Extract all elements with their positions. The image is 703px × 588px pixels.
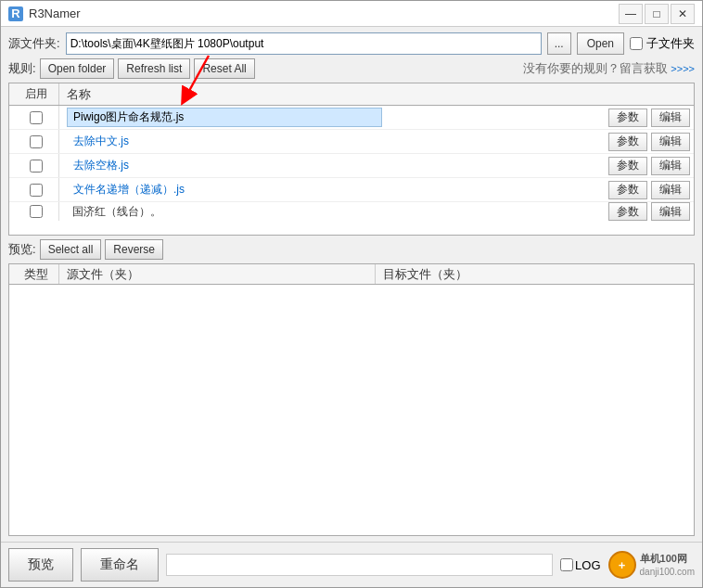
rule-name-1: Piwigo图片命名规范.js bbox=[67, 108, 382, 127]
param-button-3[interactable]: 参数 bbox=[608, 157, 647, 175]
reverse-button[interactable]: Reverse bbox=[105, 239, 163, 260]
watermark-icon: + bbox=[608, 551, 636, 579]
log-checkbox[interactable] bbox=[560, 558, 573, 571]
browse-button[interactable]: ... bbox=[547, 32, 571, 55]
edit-button-partial[interactable]: 编辑 bbox=[651, 202, 690, 221]
row-name-2: 去除中文.js bbox=[59, 132, 608, 151]
maximize-button[interactable]: □ bbox=[645, 4, 669, 24]
edit-button-3[interactable]: 编辑 bbox=[651, 157, 690, 175]
preview-header: 类型 源文件（夹） 目标文件（夹） bbox=[9, 264, 694, 285]
select-all-button[interactable]: Select all bbox=[40, 239, 102, 260]
param-button-2[interactable]: 参数 bbox=[608, 133, 647, 151]
subfolder-checkbox[interactable] bbox=[630, 37, 643, 50]
log-area: LOG bbox=[560, 558, 600, 572]
no-rule-link[interactable]: >>>> bbox=[671, 63, 695, 74]
col-enable-header: 启用 bbox=[13, 83, 59, 105]
row-check-1 bbox=[13, 106, 59, 129]
col-name-header: 名称 bbox=[59, 86, 690, 103]
watermark: + 单机100网 danji100.com bbox=[608, 551, 695, 579]
row-name-4: 文件名递增（递减）.js bbox=[59, 180, 608, 199]
partial-rule-name: 国济红（线台）。 bbox=[67, 204, 161, 220]
main-content: 源文件夹: ... Open 子文件夹 规则: Open folder Refr… bbox=[1, 27, 702, 542]
bottom-bar: 预览 重命名 LOG + 单机100网 danji100.com bbox=[1, 542, 702, 587]
reset-all-button[interactable]: Reset All bbox=[194, 58, 254, 79]
subfolder-label: 子文件夹 bbox=[646, 35, 695, 52]
source-folder-row: 源文件夹: ... Open 子文件夹 bbox=[8, 32, 695, 55]
rename-button[interactable]: 重命名 bbox=[81, 548, 159, 582]
row-name-1: Piwigo图片命名规范.js bbox=[59, 108, 608, 127]
watermark-site: 单机100网 bbox=[640, 552, 695, 565]
app-icon: R bbox=[8, 6, 23, 21]
minimize-button[interactable]: — bbox=[619, 4, 643, 24]
row-actions-partial: 参数 编辑 bbox=[608, 202, 690, 221]
log-checkbox-label: LOG bbox=[560, 558, 600, 572]
table-row-partial: 国济红（线台）。 参数 编辑 bbox=[9, 202, 694, 221]
param-button-1[interactable]: 参数 bbox=[608, 109, 647, 127]
watermark-url: danji100.com bbox=[640, 566, 695, 578]
window-controls: — □ ✕ bbox=[619, 4, 695, 24]
edit-button-2[interactable]: 编辑 bbox=[651, 133, 690, 151]
rule-checkbox-4[interactable] bbox=[30, 184, 43, 197]
preview-col-target: 目标文件（夹） bbox=[376, 264, 691, 284]
row-actions-2: 参数 编辑 bbox=[608, 133, 690, 151]
edit-button-4[interactable]: 编辑 bbox=[651, 181, 690, 199]
row-check-3 bbox=[13, 154, 59, 177]
row-actions-3: 参数 编辑 bbox=[608, 157, 690, 175]
table-body: Piwigo图片命名规范.js 参数 编辑 去除中文.js bbox=[9, 106, 694, 221]
row-actions-4: 参数 编辑 bbox=[608, 181, 690, 199]
preview-section: 预览: Select all Reverse 类型 源文件（夹） 目标文件（夹） bbox=[8, 239, 695, 536]
close-button[interactable]: ✕ bbox=[671, 4, 695, 24]
rule-checkbox-1[interactable] bbox=[30, 111, 43, 124]
rules-label: 规则: bbox=[8, 60, 36, 77]
rule-name-2: 去除中文.js bbox=[67, 132, 382, 151]
table-row: 去除中文.js 参数 编辑 bbox=[9, 130, 694, 154]
rules-row: 规则: Open folder Refresh list Reset All 没… bbox=[8, 58, 695, 79]
log-label: LOG bbox=[575, 558, 600, 572]
table-row: Piwigo图片命名规范.js 参数 编辑 bbox=[9, 106, 694, 130]
progress-bar bbox=[166, 554, 553, 576]
preview-col-source: 源文件（夹） bbox=[59, 264, 376, 284]
preview-label: 预览: bbox=[8, 241, 36, 258]
table-row: 去除空格.js 参数 编辑 bbox=[9, 154, 694, 178]
table-header: 启用 名称 bbox=[9, 83, 694, 106]
preview-body bbox=[9, 285, 694, 535]
row-check-4 bbox=[13, 178, 59, 201]
preview-toolbar: 预览: Select all Reverse bbox=[8, 239, 695, 260]
open-button[interactable]: Open bbox=[577, 32, 624, 55]
refresh-list-button[interactable]: Refresh list bbox=[118, 58, 190, 79]
subfolder-checkbox-label: 子文件夹 bbox=[630, 35, 695, 52]
rule-checkbox-2[interactable] bbox=[30, 135, 43, 148]
open-folder-button[interactable]: Open folder bbox=[40, 58, 115, 79]
row-check-2 bbox=[13, 130, 59, 153]
param-button-partial[interactable]: 参数 bbox=[608, 202, 647, 221]
window-title: R3Namer bbox=[29, 6, 619, 20]
edit-button-1[interactable]: 编辑 bbox=[651, 109, 690, 127]
row-name-partial: 国济红（线台）。 bbox=[59, 204, 608, 220]
rule-checkbox-3[interactable] bbox=[30, 160, 43, 173]
title-bar: R R3Namer — □ ✕ bbox=[1, 1, 702, 27]
row-actions-1: 参数 编辑 bbox=[608, 109, 690, 127]
param-button-4[interactable]: 参数 bbox=[608, 181, 647, 199]
path-input[interactable] bbox=[66, 32, 542, 55]
no-rule-text: 没有你要的规则？留言获取 >>>> bbox=[523, 60, 695, 77]
rules-table: 启用 名称 Piwigo图片命名规范.js 参数 编辑 bbox=[8, 83, 695, 236]
row-check-partial bbox=[13, 202, 59, 221]
rule-name-4: 文件名递增（递减）.js bbox=[67, 180, 382, 199]
main-window: R R3Namer — □ ✕ 源文件夹: ... Open 子文件夹 规则: … bbox=[0, 0, 703, 588]
table-row: 文件名递增（递减）.js 参数 编辑 bbox=[9, 178, 694, 202]
rule-name-3: 去除空格.js bbox=[67, 156, 382, 175]
watermark-text-block: 单机100网 danji100.com bbox=[640, 552, 695, 577]
source-label: 源文件夹: bbox=[8, 35, 60, 52]
preview-button[interactable]: 预览 bbox=[8, 548, 73, 582]
row-name-3: 去除空格.js bbox=[59, 156, 608, 175]
preview-table: 类型 源文件（夹） 目标文件（夹） bbox=[8, 263, 695, 536]
preview-col-type: 类型 bbox=[13, 264, 59, 284]
rule-checkbox-partial[interactable] bbox=[30, 205, 43, 218]
